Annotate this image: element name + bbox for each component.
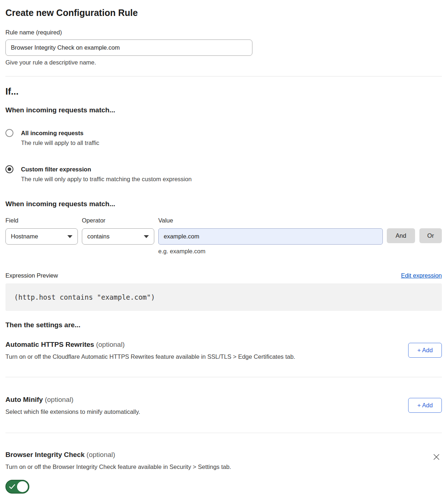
rule-name-label: Rule name (required) xyxy=(5,29,442,36)
setting-text: Automatic HTTPS Rewrites (optional) Turn… xyxy=(5,341,295,360)
setting-title: Automatic HTTPS Rewrites (optional) xyxy=(5,341,295,349)
setting-optional-text: (optional) xyxy=(87,451,115,458)
expression-preview-label: Expression Preview xyxy=(5,272,58,279)
value-help: e.g. example.com xyxy=(158,248,442,255)
radio-option-text: All incoming requests The rule will appl… xyxy=(21,129,99,146)
create-rule-form: Create new Configuration Rule Rule name … xyxy=(0,0,448,499)
match-subheading: When incoming requests match... xyxy=(5,106,442,114)
add-auto-minify-button[interactable]: + Add xyxy=(408,398,442,413)
setting-text: Browser Integrity Check (optional) Turn … xyxy=(5,451,231,494)
operator-label: Operator xyxy=(82,217,154,224)
value-input[interactable] xyxy=(158,228,383,245)
radio-option-all-requests[interactable]: All incoming requests The rule will appl… xyxy=(5,129,442,146)
setting-description: Turn on or off the Browser Integrity Che… xyxy=(5,463,231,470)
setting-browser-integrity-check: Browser Integrity Check (optional) Turn … xyxy=(5,451,442,494)
radio-option-custom-filter[interactable]: Custom filter expression The rule will o… xyxy=(5,165,442,183)
close-icon xyxy=(432,457,440,462)
chevron-down-icon xyxy=(67,235,72,238)
field-select[interactable]: Hostname xyxy=(5,228,78,245)
setting-title: Auto Minify (optional) xyxy=(5,396,140,404)
radio-custom-filter-label: Custom filter expression xyxy=(21,165,192,173)
or-button[interactable]: Or xyxy=(419,228,442,243)
radio-custom-filter-desc: The rule will only apply to traffic matc… xyxy=(21,176,192,183)
radio-option-text: Custom filter expression The rule will o… xyxy=(21,165,192,183)
operator-select[interactable]: contains xyxy=(82,228,154,245)
setting-description: Select which file extensions to minify a… xyxy=(5,408,140,415)
toggle-knob xyxy=(17,481,28,492)
setting-optional-text: (optional) xyxy=(45,396,74,403)
setting-title-text: Auto Minify xyxy=(5,396,43,403)
section-divider xyxy=(5,76,442,76)
setting-auto-minify: Auto Minify (optional) Select which file… xyxy=(5,396,442,433)
operator-select-value: contains xyxy=(87,233,109,240)
field-label: Field xyxy=(5,217,78,224)
if-heading: If... xyxy=(5,86,442,97)
setting-title: Browser Integrity Check (optional) xyxy=(5,451,231,459)
and-button[interactable]: And xyxy=(387,228,415,243)
remove-setting-button[interactable] xyxy=(431,452,442,463)
page-title: Create new Configuration Rule xyxy=(5,7,442,18)
value-column: Value xyxy=(158,217,383,245)
radio-all-requests-label: All incoming requests xyxy=(21,129,99,137)
builder-heading: When incoming requests match... xyxy=(5,200,442,208)
rule-name-help: Give your rule a descriptive name. xyxy=(5,59,442,66)
expression-builder-row: Field Hostname Operator contains Value A… xyxy=(5,217,442,245)
browser-integrity-check-toggle[interactable] xyxy=(5,480,29,494)
setting-automatic-https-rewrites: Automatic HTTPS Rewrites (optional) Turn… xyxy=(5,341,442,377)
radio-all-requests-desc: The rule will apply to all traffic xyxy=(21,140,99,146)
chevron-down-icon xyxy=(144,235,149,238)
edit-expression-link[interactable]: Edit expression xyxy=(401,272,442,279)
expression-preview-header: Expression Preview Edit expression xyxy=(5,272,442,279)
radio-all-requests[interactable] xyxy=(5,129,13,137)
setting-title-text: Browser Integrity Check xyxy=(5,451,85,458)
radio-custom-filter[interactable] xyxy=(5,165,13,173)
expression-preview-code: (http.host contains "example.com") xyxy=(5,283,442,311)
setting-text: Auto Minify (optional) Select which file… xyxy=(5,396,140,415)
operator-column: Operator contains xyxy=(82,217,154,245)
field-column: Field Hostname xyxy=(5,217,78,245)
field-select-value: Hostname xyxy=(11,233,38,240)
setting-title-text: Automatic HTTPS Rewrites xyxy=(5,341,94,348)
check-icon xyxy=(9,484,15,489)
settings-heading: Then the settings are... xyxy=(5,321,442,329)
add-https-rewrites-button[interactable]: + Add xyxy=(408,343,442,358)
rule-name-input[interactable] xyxy=(5,39,252,56)
value-label: Value xyxy=(158,217,383,224)
setting-optional-text: (optional) xyxy=(96,341,125,348)
setting-description: Turn on or off the Cloudflare Automatic … xyxy=(5,353,295,360)
